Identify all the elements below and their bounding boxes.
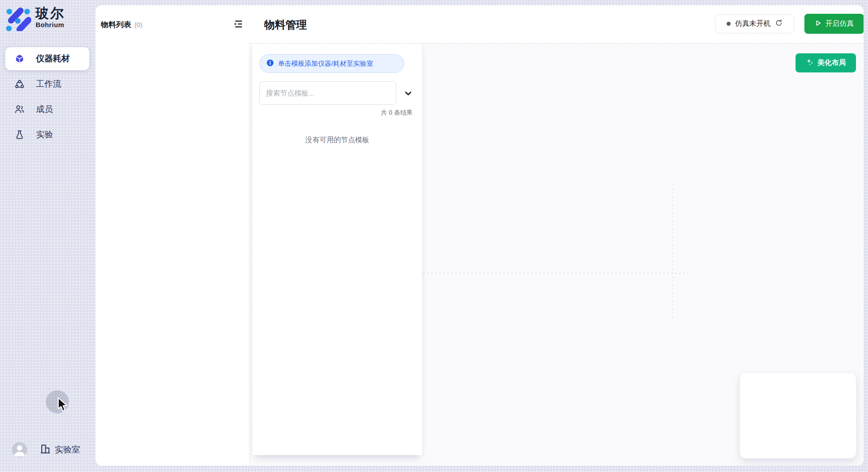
- materials-list-count: (0): [134, 21, 142, 28]
- template-hint-banner: 单击模板添加仪器/耗材至实验室: [259, 54, 404, 73]
- workflow-icon: [15, 79, 24, 89]
- sidebar-item-label: 仪器耗材: [36, 53, 70, 64]
- sidebar-item-label: 成员: [36, 104, 53, 115]
- info-icon: [266, 59, 274, 68]
- brand-name: 玻尔: [36, 6, 65, 21]
- main-card: 物料列表 (0) 物料管理 仿真未开机: [96, 5, 864, 466]
- user-avatar[interactable]: [12, 442, 27, 457]
- sidebar-item-workflow[interactable]: 工作流: [5, 72, 89, 96]
- simulation-status-text: 仿真未开机: [735, 19, 771, 28]
- template-panel: 单击模板添加仪器/耗材至实验室 共 0 条结果 没有可用的节点模板: [253, 44, 422, 455]
- chevron-down-icon[interactable]: [403, 88, 413, 98]
- materials-list-panel: 物料列表 (0): [96, 5, 249, 466]
- canvas-guide-line-horizontal: [423, 273, 689, 274]
- brand-logo: 玻尔 Bohrium: [6, 6, 65, 33]
- start-simulation-button[interactable]: 开启仿真: [804, 14, 864, 34]
- avatar-person-icon: [12, 442, 27, 457]
- refresh-icon[interactable]: [775, 19, 783, 28]
- lab-label: 实验室: [55, 444, 80, 456]
- results-count: 共 0 条结果: [259, 109, 415, 117]
- mouse-cursor: [56, 397, 69, 415]
- play-icon: [815, 20, 822, 28]
- sidebar: 玻尔 Bohrium 仪器耗材 工作流: [0, 0, 95, 472]
- template-hint-text: 单击模板添加仪器/耗材至实验室: [278, 60, 373, 68]
- building-icon: [40, 443, 51, 456]
- sidebar-item-instruments[interactable]: 仪器耗材: [5, 47, 89, 70]
- template-search-input[interactable]: [259, 81, 396, 105]
- sidebar-item-experiments[interactable]: 实验: [5, 123, 89, 146]
- content-header: 物料管理 仿真未开机 开启仿真: [249, 5, 864, 43]
- start-simulation-label: 开启仿真: [825, 19, 854, 28]
- sidebar-footer: 实验室: [0, 441, 95, 459]
- sidebar-item-label: 工作流: [36, 78, 61, 90]
- flask-icon: [15, 130, 24, 140]
- cube-icon: [15, 54, 24, 64]
- sparkles-icon: [806, 58, 814, 68]
- collapse-panel-icon[interactable]: [233, 20, 243, 28]
- simulation-status-pill[interactable]: 仿真未开机: [715, 14, 794, 33]
- beautify-layout-label: 美化布局: [818, 58, 846, 68]
- materials-list-title: 物料列表: [101, 20, 131, 30]
- beautify-layout-button[interactable]: 美化布局: [796, 53, 856, 72]
- canvas-guide-line-vertical: [672, 189, 673, 320]
- sidebar-item-label: 实验: [36, 129, 53, 140]
- members-icon: [15, 104, 24, 114]
- page-title: 物料管理: [264, 18, 307, 32]
- sidebar-item-lab[interactable]: 实验室: [40, 443, 80, 456]
- materials-list-header: 物料列表 (0): [101, 20, 142, 30]
- bohrium-logo-icon: [6, 6, 31, 33]
- empty-templates-message: 没有可用的节点模板: [259, 136, 415, 145]
- minimap-panel[interactable]: [739, 372, 856, 459]
- brand-subtitle: Bohrium: [36, 21, 65, 29]
- status-dot-icon: [727, 22, 731, 26]
- sidebar-item-members[interactable]: 成员: [5, 98, 89, 121]
